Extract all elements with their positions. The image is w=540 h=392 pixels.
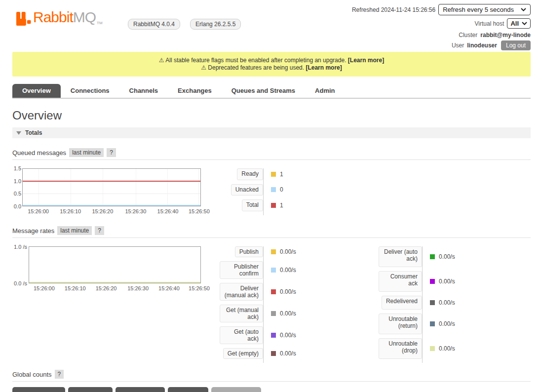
logout-button[interactable]: Log out xyxy=(501,40,531,50)
legend-label-publisher-confirm: Publisher confirm xyxy=(220,261,263,279)
queues-count-button[interactable]: Queues:1 xyxy=(168,387,208,392)
exchanges-count-button[interactable]: Exchanges:8 xyxy=(116,387,164,392)
get-manual-ack-rate: 0.00/s xyxy=(280,310,296,317)
queued-messages-legend: Ready 1 Unacked 0 Total 1 xyxy=(220,168,333,215)
publisher-confirm-swatch xyxy=(271,268,276,273)
channels-count-button[interactable]: Channels:0 xyxy=(68,387,113,392)
logo-tm: TM xyxy=(97,21,103,25)
deliver-auto-ack-swatch xyxy=(430,254,435,259)
legend-label-publish: Publish xyxy=(235,246,263,257)
tab-queues-and-streams[interactable]: Queues and Streams xyxy=(222,84,305,98)
chevron-down-icon xyxy=(522,22,527,25)
refresh-interval-select[interactable]: Refresh every 5 seconds xyxy=(438,4,531,15)
rabbitmq-version-badge: RabbitMQ 4.0.4 xyxy=(128,19,180,30)
redelivered-swatch xyxy=(430,300,435,305)
get-empty-rate: 0.00/s xyxy=(280,350,296,357)
learn-more-link-deprecated[interactable]: [Learn more] xyxy=(306,64,342,71)
consumer-ack-rate: 0.00/s xyxy=(439,278,455,285)
deliver-auto-ack-rate: 0.00/s xyxy=(439,253,455,260)
page-title: Overview xyxy=(12,109,531,122)
publish-rate: 0.00/s xyxy=(280,248,296,255)
legend-label-ready: Ready xyxy=(237,168,263,180)
queued-messages-chart: 1.5 1.0 0.5 0.0 15:26:00 15:26:10 15:26:… xyxy=(12,168,201,215)
deliver-manual-ack-swatch xyxy=(271,289,276,294)
unroutable-drop-rate: 0.00/s xyxy=(439,345,455,352)
message-rates-heading: Message rates last minute ? xyxy=(12,226,531,238)
message-rates-legend-left: Publish 0.00/s Publisher confirm 0.00/s … xyxy=(220,246,333,363)
get-manual-ack-swatch xyxy=(271,311,276,316)
rates-last-minute-badge[interactable]: last minute xyxy=(57,226,92,235)
collapse-triangle-icon xyxy=(16,131,21,135)
global-counts-help-icon[interactable]: ? xyxy=(55,370,64,379)
learn-more-link-feature-flags[interactable]: [Learn more] xyxy=(348,57,384,64)
tab-admin[interactable]: Admin xyxy=(305,84,345,98)
unroutable-drop-swatch xyxy=(430,346,435,351)
legend-label-deliver-auto-ack: Deliver (auto ack) xyxy=(379,246,422,267)
consumers-count-button[interactable]: Consumers:0 xyxy=(211,387,261,392)
publish-swatch xyxy=(271,249,276,254)
tab-connections[interactable]: Connections xyxy=(61,84,119,98)
unroutable-return-swatch xyxy=(430,321,435,326)
message-rates-chart: 1.0 /s 0.0 /s 15:26:00 15:26:10 15:26:20… xyxy=(12,246,201,363)
rates-x-axis: 15:26:00 15:26:10 15:26:20 15:26:30 15:2… xyxy=(29,285,201,292)
message-rates-legend-right: Deliver (auto ack) 0.00/s Consumer ack 0… xyxy=(379,246,492,363)
user-name: linodeuser xyxy=(467,42,497,49)
cluster-name: rabbit@my-linode xyxy=(480,32,531,39)
message-rates-plot-area xyxy=(29,246,201,283)
total-series-line xyxy=(23,181,200,182)
ready-value: 1 xyxy=(280,171,283,178)
legend-label-total: Total xyxy=(242,199,263,211)
queued-x-axis: 15:26:00 15:26:10 15:26:20 15:26:30 15:2… xyxy=(22,208,201,215)
legend-label-deliver-manual-ack: Deliver (manual ack) xyxy=(220,283,263,301)
totals-section-label: Totals xyxy=(25,129,42,136)
virtual-host-label: Virtual host xyxy=(475,20,504,27)
rabbitmq-logo-icon xyxy=(16,11,31,27)
legend-label-consumer-ack: Consumer ack xyxy=(379,271,422,292)
queued-messages-chart-block: 1.5 1.0 0.5 0.0 15:26:00 15:26:10 15:26:… xyxy=(12,168,531,215)
unroutable-drop-series-line xyxy=(29,282,200,283)
total-swatch xyxy=(271,203,276,208)
banner-line-deprecated: ⚠ Deprecated features are being used. [L… xyxy=(16,64,527,72)
tab-overview[interactable]: Overview xyxy=(12,84,61,98)
legend-label-redelivered: Redelivered xyxy=(382,296,422,310)
chevron-down-icon xyxy=(521,8,526,11)
erlang-version-badge: Erlang 26.2.5.5 xyxy=(190,19,241,30)
unroutable-return-rate: 0.00/s xyxy=(439,320,455,327)
warning-banner: ⚠ All stable feature flags must be enabl… xyxy=(12,52,531,77)
queued-messages-heading: Queued messages last minute ? xyxy=(12,148,531,160)
refreshed-timestamp: Refreshed 2024-11-24 15:26:56 xyxy=(352,6,435,13)
main-tabs: Overview Connections Channels Exchanges … xyxy=(12,84,531,99)
get-auto-ack-swatch xyxy=(271,333,276,338)
legend-label-unacked: Unacked xyxy=(231,184,263,196)
logo-wordmark: RabbitMQ xyxy=(33,9,96,26)
publisher-confirm-rate: 0.00/s xyxy=(280,267,296,274)
user-label: User xyxy=(452,42,464,49)
ready-swatch xyxy=(271,172,276,177)
virtual-host-select[interactable]: All xyxy=(507,18,531,29)
redelivered-rate: 0.00/s xyxy=(439,299,455,306)
legend-label-get-manual-ack: Get (manual ack) xyxy=(220,305,263,322)
global-counts-buttons: Connections:0 Channels:0 Exchanges:8 Que… xyxy=(12,387,531,392)
queued-help-icon[interactable]: ? xyxy=(107,148,116,157)
consumer-ack-swatch xyxy=(430,279,435,284)
queued-last-minute-badge[interactable]: last minute xyxy=(69,148,104,157)
legend-label-unroutable-return: Unroutable (return) xyxy=(379,314,422,334)
global-counts-heading: Global counts ? xyxy=(12,370,531,382)
message-rates-chart-block: 1.0 /s 0.0 /s 15:26:00 15:26:10 15:26:20… xyxy=(12,246,531,363)
tab-exchanges[interactable]: Exchanges xyxy=(168,84,222,98)
rabbitmq-logo[interactable]: RabbitMQ TM xyxy=(16,9,103,27)
unacked-swatch xyxy=(271,187,276,192)
rates-help-icon[interactable]: ? xyxy=(95,226,104,235)
totals-section-toggle[interactable]: Totals xyxy=(12,127,531,138)
unacked-series-line xyxy=(23,205,200,206)
legend-label-unroutable-drop: Unroutable (drop) xyxy=(379,338,422,359)
get-auto-ack-rate: 0.00/s xyxy=(280,332,296,339)
cluster-label: Cluster xyxy=(459,32,477,39)
queued-messages-plot-area xyxy=(22,168,201,206)
unacked-value: 0 xyxy=(280,186,283,193)
total-value: 1 xyxy=(280,202,283,209)
header: RabbitMQ TM RabbitMQ 4.0.4 Erlang 26.2.5… xyxy=(0,0,540,52)
connections-count-button[interactable]: Connections:0 xyxy=(12,387,65,392)
legend-label-get-auto-ack: Get (auto ack) xyxy=(220,326,263,344)
tab-channels[interactable]: Channels xyxy=(119,84,168,98)
